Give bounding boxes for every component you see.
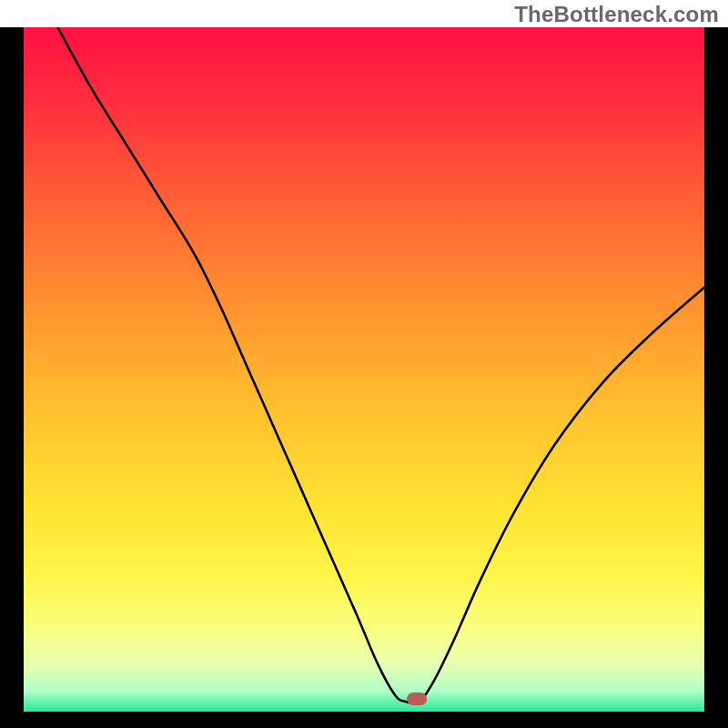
plot-svg <box>24 27 704 712</box>
gradient-background <box>24 27 704 712</box>
watermark-text: TheBottleneck.com <box>514 2 719 27</box>
optimal-point-marker <box>407 693 427 705</box>
chart-frame: TheBottleneck.com <box>0 0 728 728</box>
plot-area <box>24 27 704 712</box>
